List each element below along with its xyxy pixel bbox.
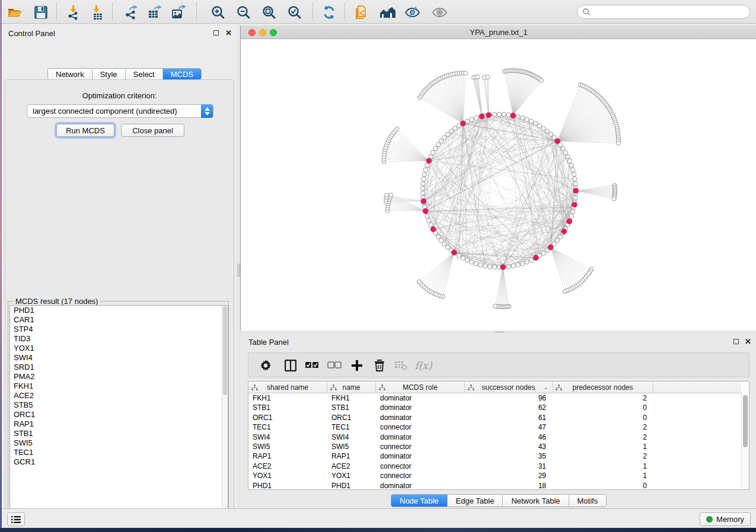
node-table[interactable]: shared namenameMCDS rolesuccessor nodes⌄… [248,381,749,490]
table-row[interactable]: RAP1RAP1dominator352 [248,451,741,461]
column-header-shared-name[interactable]: shared name [248,382,327,393]
mcds-node-item[interactable]: PMA2 [10,372,228,382]
table-body: FKH1FKH1dominator962STB1STB1dominator620… [248,393,741,491]
mcds-node-item[interactable]: ACE2 [10,391,228,400]
sort-icon[interactable]: ⌄ [544,384,548,390]
network-canvas[interactable] [240,39,756,331]
table-row[interactable]: YOX1YOX1connector291 [248,471,741,480]
mcds-node-item[interactable]: STB5 [10,400,228,410]
memory-label: Memory [716,515,744,524]
mcds-node-item[interactable]: TEC1 [10,448,228,457]
mcds-node-item[interactable]: PHD1 [10,306,228,315]
hide-selected-icon[interactable] [404,4,420,21]
close-panel-icon[interactable]: ✕ [225,30,232,36]
zoom-out-icon[interactable] [235,4,252,21]
memory-status-icon [706,516,713,523]
mcds-node-item[interactable]: STB1 [10,429,228,438]
table-cell: 0 [553,413,653,422]
close-panel-icon[interactable]: ✕ [745,339,751,345]
close-panel-button[interactable]: Close panel [121,124,184,137]
first-neighbors-icon[interactable] [379,4,395,21]
tab-node-table[interactable]: Node Table [391,495,448,507]
table-row[interactable]: STB1STB1dominator620 [248,403,741,412]
table-cell: ACE2 [327,462,376,471]
table-panel: Table Panel ✕ f(x) shared namenameMCDS r… [240,334,756,508]
search-field[interactable] [577,5,750,19]
export-network-icon[interactable] [123,4,139,21]
table-cell: 43 [465,442,553,451]
mcds-node-item[interactable]: ORC1 [10,410,228,419]
import-network-icon[interactable] [65,4,82,21]
task-history-button[interactable] [7,512,25,526]
delete-column-icon[interactable] [371,357,388,374]
mcds-result-group: MCDS result (17 nodes) PHD1CAR1STP4TID3Y… [8,301,229,521]
table-row[interactable]: TEC1TEC1connector472 [248,422,741,432]
mcds-node-item[interactable]: SRD1 [10,363,228,372]
mcds-node-item[interactable]: FKH1 [10,382,228,391]
select-all-icon[interactable] [303,357,321,374]
table-row[interactable]: PHD1PHD1dominator180 [248,481,741,491]
deselect-all-icon[interactable] [326,357,343,374]
table-cell: PHD1 [327,481,376,491]
column-header-MCDS-role[interactable]: MCDS role [376,382,465,393]
table-row[interactable]: SWI4SWI4dominator462 [248,432,741,442]
new-network-from-selection-icon[interactable] [353,4,369,21]
settings-icon[interactable] [257,357,275,374]
show-columns-icon[interactable] [282,357,299,374]
zoom-fit-icon[interactable] [261,4,277,21]
mcds-node-item[interactable]: SWI4 [10,353,228,363]
column-header-predecessor-nodes[interactable]: predecessor nodes [553,382,653,393]
mcds-node-item[interactable]: GCR1 [10,457,228,467]
table-row[interactable]: SWI5SWI5connector431 [248,442,741,451]
function-builder-icon[interactable]: f(x) [414,357,432,374]
import-table-icon[interactable] [88,4,105,21]
refresh-layout-icon[interactable] [321,4,337,21]
table-cell: dominator [376,481,465,491]
zoom-selected-icon[interactable] [286,4,303,21]
save-session-icon[interactable] [33,4,49,21]
mcds-list-scrollbar[interactable] [222,306,228,520]
table-cell: 2 [553,422,653,432]
zoom-in-icon[interactable] [210,4,227,21]
tab-motifs[interactable]: Motifs [569,495,607,507]
export-table-icon[interactable] [146,4,163,21]
open-file-icon[interactable] [6,4,23,21]
table-row[interactable]: FKH1FKH1dominator962 [248,393,741,403]
add-column-icon[interactable] [348,357,366,374]
table-cell: YOX1 [248,471,327,480]
run-mcds-button[interactable]: Run MCDS [56,124,114,137]
mcds-node-item[interactable]: TID3 [10,334,228,344]
scrollbar-thumb[interactable] [223,306,227,395]
table-row[interactable]: ORC1ORC1dominator610 [248,413,741,422]
search-input[interactable] [591,8,749,17]
float-panel-icon[interactable] [733,339,739,344]
tab-select[interactable]: Select [126,69,163,79]
export-image-icon[interactable] [170,4,187,21]
tab-mcds[interactable]: MCDS [163,69,201,79]
table-cell: FKH1 [248,393,327,403]
table-cell: 2 [553,451,653,461]
scrollbar-thumb[interactable] [743,395,748,447]
memory-button[interactable]: Memory [700,512,751,526]
mcds-node-item[interactable]: YOX1 [10,344,228,353]
table-scrollbar[interactable] [741,393,749,489]
mcds-node-item[interactable]: CAR1 [10,315,228,325]
network-graph[interactable] [241,39,756,331]
delete-table-icon[interactable] [392,357,410,374]
mcds-node-item[interactable]: RAP1 [10,419,228,429]
show-all-icon[interactable] [431,4,448,21]
tab-style[interactable]: Style [92,69,126,79]
tab-network-table[interactable]: Network Table [503,495,569,507]
float-panel-icon[interactable] [213,30,219,36]
mcds-node-item[interactable]: STP4 [10,325,228,334]
tab-network[interactable]: Network [48,69,92,79]
table-row[interactable]: ACE2ACE2connector311 [248,462,741,471]
criterion-dropdown[interactable]: largest connected component (undirected) [27,104,213,118]
tab-edge-table[interactable]: Edge Table [448,495,503,507]
mcds-node-item[interactable]: SWI5 [10,438,228,448]
splitter-handle[interactable] [495,331,505,333]
network-window-titlebar[interactable]: YPA_prune.txt_1 [240,25,756,39]
column-header-name[interactable]: name [327,382,376,393]
column-header-successor-nodes[interactable]: successor nodes⌄ [465,382,553,393]
mcds-result-list[interactable]: PHD1CAR1STP4TID3YOX1SWI4SRD1PMA2FKH1ACE2… [9,305,228,521]
